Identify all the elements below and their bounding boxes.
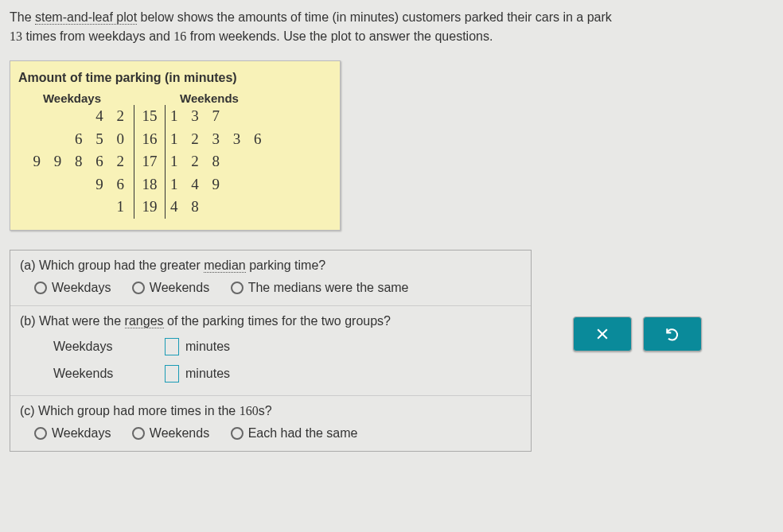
plot-row: 9 9 8 6 2 17 1 2 8 [10,150,340,173]
question-a: (a) Which group had the greater median p… [10,250,531,305]
opt-label: The medians were the same [248,281,409,295]
stem-leaf-plot: Amount of time parking (in minutes) Week… [10,60,341,231]
qb-text: (b) What were the [20,314,125,328]
question-b: (b) What were the ranges of the parking … [10,305,531,395]
num-16: 16 [173,29,186,43]
qc-text: (c) Which group had more times in the [20,404,240,417]
plot-leaf-right: 1 2 8 [166,150,340,173]
radio-icon [231,282,243,294]
plot-leaf-left: 9 9 8 6 2 [10,150,134,173]
plot-header-right: Weekends [166,91,340,105]
intro-text: below shows the amounts of time (in minu… [137,10,612,24]
radio-weekdays[interactable]: Weekdays [34,426,111,441]
plot-row: 6 5 0 16 1 2 3 3 6 [10,128,340,151]
median-term[interactable]: median [204,258,245,273]
action-buttons [573,316,702,351]
num-13: 13 [10,29,22,43]
stem-leaf-term[interactable]: stem-and-leaf plot [35,10,137,25]
plot-row: 1 19 4 8 [10,196,340,219]
problem-intro: The stem-and-leaf plot below shows the a… [10,8,773,46]
plot-leaf-left: 1 [10,196,134,219]
plot-leaf-right: 4 8 [166,196,340,219]
plot-title: Amount of time parking (in minutes) [10,71,340,91]
plot-stem: 18 [134,173,166,196]
opt-label: Weekends [150,281,209,295]
plot-stem: 15 [134,105,166,128]
plot-leaf-left: 6 5 0 [10,128,134,151]
plot-row: 9 6 18 1 4 9 [10,173,340,196]
ranges-term[interactable]: ranges [125,314,164,328]
plot-row: 4 2 15 1 3 7 [10,105,340,128]
radio-weekends[interactable]: Weekends [132,281,209,295]
unit-label: minutes [185,367,230,381]
questions-box: (a) Which group had the greater median p… [10,250,532,452]
weekends-range-input[interactable] [165,365,179,382]
intro-text: times from weekdays and [22,29,173,43]
plot-header-left: Weekdays [10,91,134,105]
opt-label: Weekdays [52,426,111,441]
plot-leaf-left: 4 2 [10,105,134,128]
radio-weekdays[interactable]: Weekdays [34,281,111,295]
clear-button[interactable] [573,316,632,351]
question-c: (c) Which group had more times in the 16… [10,395,531,451]
qc-text: s? [259,404,272,417]
radio-same[interactable]: Each had the same [231,426,358,441]
range-label-weekdays: Weekdays [53,340,165,354]
qa-text: (a) Which group had the greater [20,258,204,272]
radio-icon [132,427,145,440]
opt-label: Weekdays [52,281,111,295]
plot-leaf-right: 1 4 9 [166,173,340,196]
radio-icon [34,282,47,294]
reset-button[interactable] [643,316,702,351]
radio-icon [132,282,145,294]
qb-text: of the parking times for the two groups? [164,314,391,328]
undo-icon [664,326,680,342]
qa-text: parking time? [246,258,326,272]
opt-label: Weekends [150,426,209,441]
radio-icon [34,427,47,440]
intro-text: from weekends. Use the plot to answer th… [186,29,493,43]
opt-label: Each had the same [248,426,358,441]
plot-stem: 17 [134,150,166,173]
unit-label: minutes [185,340,230,354]
num-160: 160 [240,404,259,417]
plot-stem: 16 [134,128,166,151]
plot-leaf-right: 1 2 3 3 6 [166,128,340,151]
radio-icon [231,427,243,440]
intro-text: The [10,10,35,24]
plot-stem: 19 [134,196,166,219]
plot-leaf-right: 1 3 7 [166,105,340,128]
weekdays-range-input[interactable] [165,338,179,355]
close-icon [594,326,610,342]
radio-weekends[interactable]: Weekends [132,426,209,441]
range-label-weekends: Weekends [53,367,165,381]
plot-leaf-left: 9 6 [10,173,134,196]
radio-same[interactable]: The medians were the same [231,281,409,295]
